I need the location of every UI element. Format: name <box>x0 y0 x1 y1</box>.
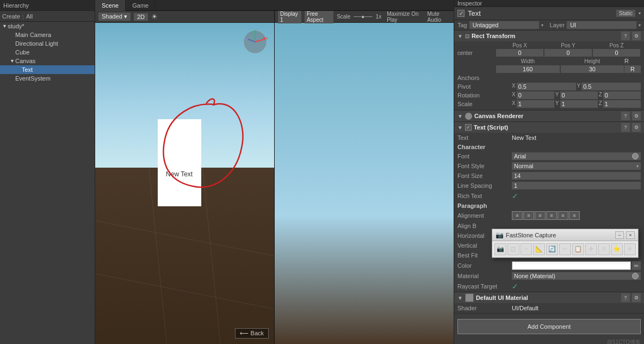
fs-tool-star[interactable]: ⭐ <box>611 243 623 255</box>
fs-tool-clipboard[interactable]: 📋 <box>572 243 584 255</box>
mute-btn[interactable]: Mute Audio <box>428 11 450 23</box>
hierarchy-item-canvas[interactable]: ▼ Canvas <box>0 57 95 65</box>
info-icon-btn[interactable]: ? <box>621 32 630 40</box>
scale-y[interactable]: 1 <box>560 100 598 108</box>
object-name[interactable]: Text <box>468 9 613 17</box>
raycast-checkbox[interactable]: ✓ <box>512 282 518 291</box>
font-size-value[interactable]: 14 <box>512 172 641 180</box>
hierarchy-item-eventsystem[interactable]: EventSystem <box>0 74 95 83</box>
active-checkbox[interactable]: ✓ <box>457 10 465 17</box>
fs-close-btn[interactable]: × <box>626 231 635 239</box>
hierarchy-item-cube[interactable]: Cube <box>0 48 95 57</box>
info-icon-btn[interactable]: ? <box>621 293 630 302</box>
info-icon-btn[interactable]: ? <box>621 112 630 120</box>
align-bottom-btn[interactable]: ≡ <box>569 211 580 220</box>
material-dropdown[interactable]: None (Material) <box>512 272 641 280</box>
fs-tool-capture-screen[interactable]: 📷 <box>494 243 506 255</box>
font-label: Font <box>457 153 512 159</box>
font-style-value: Normal <box>514 163 533 169</box>
line-spacing-row: Line Spacing 1 <box>454 181 644 191</box>
rot-z[interactable]: 0 <box>603 91 641 99</box>
scale-x[interactable]: 1 <box>517 100 554 108</box>
align-center-btn[interactable]: ≡ <box>523 211 534 220</box>
hierarchy-item-study[interactable]: ▼ study* <box>0 22 95 30</box>
scale-slider[interactable]: ──●── <box>354 14 372 20</box>
anchors-label: Anchors <box>457 75 512 81</box>
maximize-btn[interactable]: Maximize On Play <box>387 11 424 23</box>
tag-dropdown-icon[interactable]: ▾ <box>541 23 543 28</box>
align-right-btn[interactable]: ≡ <box>535 211 546 220</box>
rect-transform-header[interactable]: ▼ ⊡ Rect Transform ? ⚙ <box>454 30 644 41</box>
material-swatch-icon <box>465 293 474 302</box>
text-prop-label: Text <box>457 134 512 141</box>
align-top-btn[interactable]: ≡ <box>546 211 557 220</box>
fs-tool-capture-region[interactable]: ✂ <box>521 243 532 255</box>
add-component-button[interactable]: Add Component <box>457 319 641 334</box>
tag-value[interactable]: Untagged <box>469 21 539 29</box>
2d-btn[interactable]: 2D <box>134 13 148 21</box>
hierarchy-item-main-camera[interactable]: Main Camera <box>0 30 95 39</box>
pos-z-value[interactable]: 0 <box>593 49 640 57</box>
r-button[interactable]: R <box>624 65 641 73</box>
settings-icon-btn[interactable]: ⚙ <box>632 32 641 40</box>
back-button[interactable]: ⟵ Back <box>235 328 269 339</box>
hierarchy-item-text[interactable]: Text <box>0 65 95 74</box>
canvas-renderer-header[interactable]: ▼ Canvas Renderer ? ⚙ <box>454 110 644 121</box>
tab-scene[interactable]: Scene <box>95 0 126 11</box>
settings-icon-btn[interactable]: ⚙ <box>632 112 641 120</box>
settings-icon-btn[interactable]: ⚙ <box>632 293 641 302</box>
all-btn[interactable]: All <box>26 13 33 20</box>
scene-canvas[interactable]: New Text <box>95 23 274 344</box>
align-middle-btn[interactable]: ≡ <box>558 211 568 220</box>
component-active-checkbox[interactable]: ✓ <box>465 124 472 131</box>
font-value-field[interactable]: Arial <box>512 152 641 160</box>
text-script-header[interactable]: ▼ ✓ Text (Script) ? ⚙ <box>454 122 644 133</box>
default-ui-material-header[interactable]: ▼ Default UI Material ? ⚙ <box>454 292 644 303</box>
fs-tool-add[interactable]: ✚ <box>585 243 597 255</box>
light-icon[interactable]: ☀ <box>151 13 158 21</box>
fs-tool-capture-window[interactable]: 🖼 <box>507 243 519 255</box>
settings-icon-btn[interactable]: ⚙ <box>632 123 641 132</box>
pos-y-value[interactable]: 0 <box>544 49 592 57</box>
fs-tool-annotate[interactable]: ✏ <box>559 243 571 255</box>
color-pencil-icon[interactable]: ✏ <box>632 261 641 270</box>
fs-tool-settings[interactable]: ⚙ <box>598 243 610 255</box>
display-dropdown[interactable]: Display 1 <box>278 11 301 23</box>
pos-x-value[interactable]: 0 <box>496 49 543 57</box>
static-dropdown-icon[interactable]: ▾ <box>639 11 641 16</box>
scale-z-axis: Z <box>599 100 602 108</box>
r-btn[interactable]: R <box>624 58 641 64</box>
svg-text:Z: Z <box>245 36 247 40</box>
width-label: Width <box>496 58 560 64</box>
rot-x[interactable]: 0 <box>517 91 554 99</box>
align-left-btn[interactable]: ≡ <box>512 211 523 220</box>
create-btn[interactable]: Create <box>2 13 20 20</box>
layer-value[interactable]: UI <box>567 21 636 29</box>
width-value[interactable]: 160 <box>496 65 560 73</box>
hierarchy-toolbar: Create | All <box>0 11 95 22</box>
rich-text-checkbox[interactable]: ✓ <box>512 192 518 200</box>
hierarchy-item-directional-light[interactable]: Directional Light <box>0 39 95 48</box>
info-icon-btn[interactable]: ? <box>621 123 630 132</box>
height-value[interactable]: 30 <box>561 65 624 73</box>
fs-minimize-btn[interactable]: − <box>615 231 624 239</box>
fs-tool-extra[interactable]: ❖ <box>624 243 636 255</box>
font-style-dropdown[interactable]: Normal ▾ <box>512 162 641 170</box>
fs-tool-capture-object[interactable]: 📐 <box>533 243 545 255</box>
pos-labels-row: Pos X Pos Y Pos Z <box>454 41 644 48</box>
pivot-y[interactable]: 0.5 <box>581 83 641 90</box>
color-swatch[interactable] <box>512 261 631 270</box>
pivot-row: Pivot X 0.5 Y 0.5 <box>454 82 644 91</box>
font-size-label: Font Size <box>457 173 512 179</box>
shaded-dropdown[interactable]: Shaded ▾ <box>98 13 131 21</box>
line-spacing-value[interactable]: 1 <box>512 182 641 189</box>
rot-y[interactable]: 0 <box>560 91 598 99</box>
fs-tool-capture-scroll[interactable]: 🔄 <box>546 243 558 255</box>
hierarchy-item-label: Directional Light <box>15 40 58 47</box>
tab-game[interactable]: Game <box>126 0 156 11</box>
layer-dropdown-icon[interactable]: ▾ <box>639 23 641 28</box>
pivot-x[interactable]: 0.5 <box>517 83 576 90</box>
aspect-dropdown[interactable]: Free Aspect <box>305 11 333 23</box>
scale-z[interactable]: 1 <box>603 100 641 108</box>
scene-tabs: Scene Game <box>95 0 454 11</box>
